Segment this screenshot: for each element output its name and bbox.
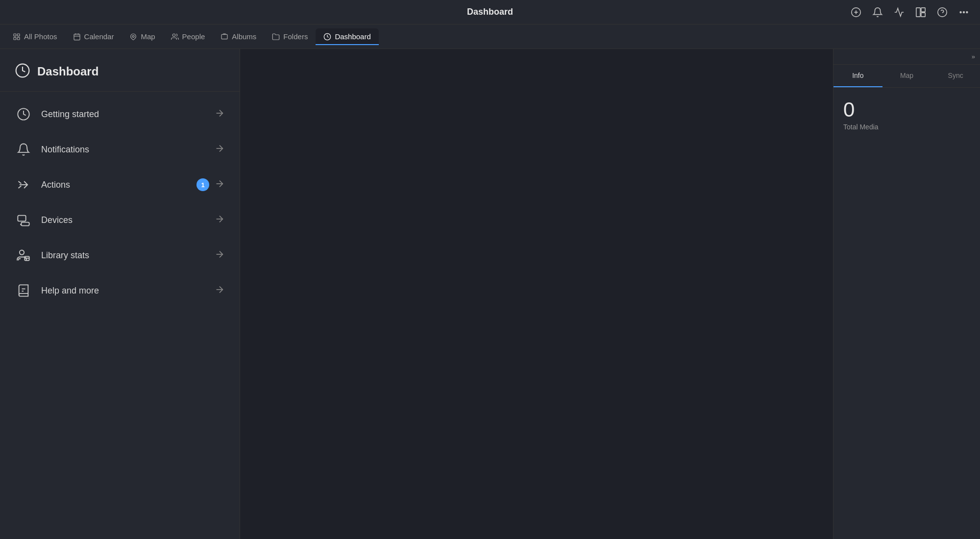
tab-info[interactable]: Info [833, 65, 882, 87]
svg-point-8 [960, 11, 961, 13]
tab-folders[interactable]: Folders [264, 28, 316, 45]
svg-rect-13 [14, 37, 16, 40]
svg-line-29 [19, 186, 22, 188]
tab-all-photos[interactable]: All Photos [5, 28, 65, 45]
svg-point-35 [20, 250, 24, 255]
right-panel: » Info Map Sync 0 Total Media [833, 49, 980, 539]
right-panel-tabs: Info Map Sync [833, 65, 980, 88]
svg-point-19 [132, 35, 134, 37]
sidebar-item-devices[interactable]: Devices [0, 202, 240, 238]
main-layout: Dashboard Getting started Notifications [0, 49, 980, 539]
svg-rect-12 [17, 34, 20, 36]
svg-point-20 [172, 34, 175, 36]
tab-calendar[interactable]: Calendar [65, 28, 122, 45]
title-bar: Dashboard [0, 0, 980, 24]
total-media-label: Total Media [843, 123, 970, 131]
notifications-icon [15, 141, 32, 158]
svg-rect-4 [921, 7, 925, 11]
sidebar-item-actions[interactable]: Actions 1 [0, 167, 240, 202]
svg-line-28 [19, 181, 22, 184]
devices-icon [15, 211, 32, 229]
svg-point-6 [938, 7, 947, 16]
tab-map[interactable]: Map [122, 28, 163, 45]
bell-icon[interactable] [871, 6, 884, 19]
arrow-icon [214, 249, 225, 262]
sidebar-item-library-stats[interactable]: Library stats [0, 238, 240, 273]
dashboard-icon [15, 63, 30, 80]
actions-badge: 1 [196, 178, 209, 191]
svg-rect-3 [916, 7, 920, 16]
svg-rect-15 [74, 34, 80, 40]
arrow-icon [214, 143, 225, 156]
getting-started-icon [15, 105, 32, 123]
total-media-value: 0 [843, 99, 970, 120]
sidebar-title: Dashboard [37, 65, 98, 78]
svg-rect-32 [21, 222, 29, 226]
tab-dashboard[interactable]: Dashboard [316, 28, 378, 45]
content-area [240, 49, 833, 539]
more-icon[interactable] [957, 6, 970, 19]
arrow-icon [214, 178, 225, 192]
svg-rect-5 [921, 12, 925, 16]
sidebar: Dashboard Getting started Notifications [0, 49, 240, 539]
tab-people[interactable]: People [163, 28, 213, 45]
layout-icon[interactable] [914, 6, 927, 19]
svg-rect-14 [17, 37, 20, 40]
right-panel-info-content: 0 Total Media [833, 88, 980, 143]
sidebar-item-help[interactable]: Help and more [0, 273, 240, 308]
help-more-icon [15, 282, 32, 299]
title-bar-icons [850, 6, 970, 19]
svg-rect-31 [18, 216, 25, 221]
activity-icon[interactable] [893, 6, 906, 19]
tab-map[interactable]: Map [882, 65, 931, 87]
collapse-bar: » [833, 49, 980, 65]
library-stats-icon [15, 246, 32, 264]
svg-point-10 [966, 11, 968, 13]
svg-rect-11 [14, 34, 16, 36]
svg-point-9 [963, 11, 965, 13]
sidebar-header: Dashboard [0, 49, 240, 92]
collapse-button[interactable]: » [972, 53, 975, 60]
arrow-icon [214, 214, 225, 227]
tab-sync[interactable]: Sync [931, 65, 980, 87]
arrow-icon [214, 108, 225, 121]
nav-tabs: All Photos Calendar Map People Albums Fo… [0, 24, 980, 49]
tab-albums[interactable]: Albums [213, 28, 264, 45]
app-title: Dashboard [467, 7, 513, 17]
help-icon[interactable] [936, 6, 949, 19]
sidebar-items: Getting started Notifications [0, 92, 240, 313]
sidebar-item-notifications[interactable]: Notifications [0, 132, 240, 167]
add-icon[interactable] [850, 6, 862, 19]
actions-icon [15, 176, 32, 194]
arrow-icon [214, 284, 225, 297]
sidebar-item-getting-started[interactable]: Getting started [0, 97, 240, 132]
